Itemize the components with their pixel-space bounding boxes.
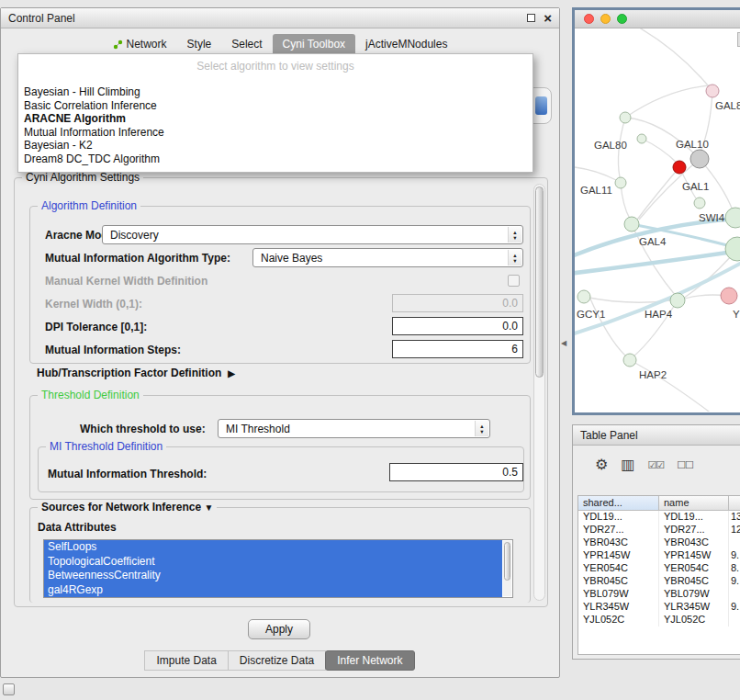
algorithm-option[interactable]: Basic Correlation Inference [18, 99, 533, 113]
mi-threshold-input[interactable] [389, 463, 523, 481]
network-node[interactable] [725, 208, 740, 228]
table-row[interactable]: YDL19...YDL19...13 [578, 511, 740, 524]
kernel-width-label: Kernel Width (0,1): [45, 298, 142, 310]
expand-arrow-icon: ▶ [228, 368, 235, 378]
table-cell: YDL19... [578, 511, 659, 524]
network-node[interactable] [620, 112, 631, 123]
network-node[interactable] [670, 293, 685, 308]
table-row[interactable]: YJL052CYJL052C [578, 614, 740, 627]
algorithm-option[interactable]: Mutual Information Inference [18, 126, 533, 140]
network-node[interactable] [690, 150, 709, 168]
hub-definition-toggle[interactable]: Hub/Transcription Factor Definition ▶ [37, 367, 235, 379]
network-node[interactable] [624, 217, 639, 231]
manual-kernel-checkbox[interactable] [508, 275, 520, 287]
network-node[interactable] [637, 134, 646, 143]
table-row[interactable]: YBR043CYBR043C [578, 536, 740, 549]
algorithm-option[interactable]: Bayesian - Hill Climbing [18, 85, 533, 99]
table-row[interactable]: YBR045CYBR045C9. [578, 575, 740, 588]
zoom-button[interactable] [617, 14, 627, 24]
control-panel-title: Control Panel [8, 12, 527, 25]
unselect-all-columns-icon[interactable]: ☐☐ [677, 457, 693, 473]
mi-threshold-group: MI Threshold Definition Mutual Informati… [38, 446, 524, 492]
node-label: SWI4 [699, 212, 725, 223]
table-row[interactable]: YER054CYER054C8. [578, 562, 740, 575]
apply-button[interactable]: Apply [248, 619, 310, 639]
column-header-extra[interactable] [729, 496, 740, 511]
table-row[interactable]: YBL079WYBL079W [578, 588, 740, 601]
algorithm-option[interactable]: ARACNE Algorithm [18, 112, 533, 126]
tab-jactivemnodules[interactable]: jActiveMNodules [355, 34, 457, 54]
tab-label: jActiveMNodules [365, 38, 447, 51]
manual-kernel-label: Manual Kernel Width Definition [45, 275, 207, 288]
network-node[interactable] [694, 198, 705, 209]
settings-scrollbar[interactable] [533, 184, 545, 601]
scrollbar-thumb[interactable] [504, 542, 510, 581]
network-canvas[interactable]: GAL80GAL10GAL8GAL11GAL1SWI4GAL4GCY1HAP4Y… [575, 28, 740, 412]
mi-type-select[interactable]: Naive Bayes ▴▾ [252, 248, 523, 267]
show-columns-icon[interactable]: ▥ [621, 457, 634, 473]
network-node[interactable] [706, 85, 719, 97]
table-cell: YJL052C [659, 614, 729, 627]
column-header-shared-name[interactable]: shared... [578, 496, 659, 511]
algorithm-option[interactable]: Bayesian - K2 [18, 139, 533, 152]
node-label: GCY1 [577, 309, 605, 320]
float-window-icon[interactable] [527, 14, 535, 22]
tab-cyni-toolbox[interactable]: Cyni Toolbox [273, 34, 355, 54]
list-scrollbar[interactable] [503, 541, 511, 596]
table-panel-titlebar[interactable]: Table Panel [573, 425, 740, 446]
restore-panel-icon[interactable] [3, 683, 15, 695]
attribute-item[interactable]: gal4RGexp [44, 583, 502, 598]
table-cell: YBL079W [659, 588, 729, 601]
dpi-tolerance-input[interactable] [392, 317, 523, 335]
hub-definition-label: Hub/Transcription Factor Definition [37, 367, 221, 379]
table-cell: 8. [729, 562, 740, 575]
close-button[interactable] [584, 14, 594, 24]
tab-discretize-data[interactable]: Discretize Data [228, 650, 326, 671]
node-label: Y [733, 309, 740, 320]
network-node[interactable] [721, 288, 737, 304]
algorithm-option[interactable]: Dream8 DC_TDC Algorithm [18, 152, 533, 166]
network-window-titlebar[interactable] [575, 10, 740, 28]
network-node[interactable] [725, 237, 740, 261]
sources-label[interactable]: Sources for Network Inference [41, 501, 201, 514]
tab-infer-network[interactable]: Infer Network [325, 650, 414, 671]
table-panel-title: Table Panel [580, 429, 738, 442]
control-panel-titlebar[interactable]: Control Panel × [1, 8, 559, 28]
table-row[interactable]: YDR27...YDR27...12 [578, 524, 740, 536]
table-cell [729, 588, 740, 601]
network-node[interactable] [623, 354, 636, 367]
network-tab-icon [113, 40, 123, 50]
node-label: HAP4 [645, 309, 673, 320]
tab-impute-data[interactable]: Impute Data [144, 650, 228, 671]
dropdown-placeholder: Select algorithm to view settings [18, 54, 533, 85]
algorithm-definition-title: Algorithm Definition [38, 199, 140, 212]
close-icon[interactable]: × [544, 14, 552, 23]
network-graph: GAL80GAL10GAL8GAL11GAL1SWI4GAL4GCY1HAP4Y… [575, 28, 740, 412]
minimize-button[interactable] [600, 14, 611, 24]
data-attributes-list[interactable]: SelfLoopsTopologicalCoefficientBetweenne… [43, 539, 513, 598]
network-node[interactable] [577, 290, 590, 303]
tab-style[interactable]: Style [177, 34, 222, 54]
settings-gear-icon[interactable]: ⚙ [595, 457, 608, 473]
attribute-item[interactable]: SelfLoops [44, 540, 502, 555]
tab-network[interactable]: Network [103, 34, 177, 54]
select-all-columns-icon[interactable]: ☑☑ [647, 457, 664, 473]
table-cell: YBR043C [659, 536, 729, 549]
network-node[interactable] [673, 161, 686, 174]
mi-steps-input[interactable] [392, 340, 523, 358]
table-row[interactable]: YPR145WYPR145W9. [578, 549, 740, 562]
algorithm-options-list: Bayesian - Hill ClimbingBasic Correlatio… [18, 85, 533, 166]
attribute-item[interactable]: BetweennessCentrality [44, 569, 502, 583]
table-cell: YER054C [659, 562, 729, 575]
table-row[interactable]: YLR345WYLR345W9. [578, 601, 740, 614]
column-header-name[interactable]: name [659, 496, 729, 511]
table-panel-window: Table Panel ⚙ ▥ ☑☑ ☐☐ shared... name YDL… [572, 424, 740, 660]
aracne-mode-select[interactable]: Discovery ▴▾ [102, 225, 523, 244]
splitter-collapse-arrow[interactable]: ◀ [561, 339, 566, 347]
tab-select[interactable]: Select [221, 34, 272, 54]
network-node[interactable] [615, 177, 626, 188]
table-toolbar: ⚙ ▥ ☑☑ ☐☐ [595, 457, 693, 473]
attribute-item[interactable]: TopologicalCoefficient [44, 555, 502, 570]
scrollbar-thumb[interactable] [535, 186, 544, 378]
which-threshold-select[interactable]: MI Threshold ▴▾ [218, 419, 490, 438]
